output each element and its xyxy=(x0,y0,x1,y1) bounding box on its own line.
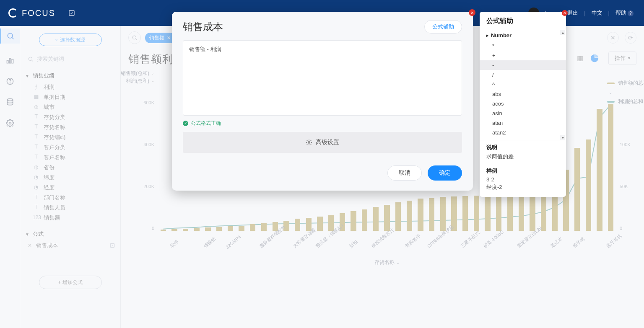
function-item[interactable]: / xyxy=(480,70,566,80)
function-item[interactable]: atan2 xyxy=(480,128,566,137)
function-item[interactable]: cbrt xyxy=(480,137,566,140)
description-text: 求两值的差 xyxy=(480,152,566,164)
language-link[interactable]: 中文 xyxy=(592,9,602,17)
separator: | xyxy=(608,10,610,16)
separator: | xyxy=(584,10,585,16)
scroll-down-icon[interactable]: ▾ xyxy=(560,135,565,140)
advanced-settings-button[interactable]: 高级设置 xyxy=(183,132,462,153)
formula-helper-panel: ✕ 公式辅助 ▴ ▸ Number *+-/^absacosasinatanat… xyxy=(480,12,566,197)
confirm-button[interactable]: 确定 xyxy=(428,165,462,181)
helper-title: 公式辅助 xyxy=(480,12,566,30)
example-header: 样例 xyxy=(480,164,566,176)
helper-close-button[interactable]: ✕ xyxy=(562,10,568,16)
function-item[interactable]: * xyxy=(480,41,566,51)
modal-title: 销售成本 xyxy=(183,20,223,34)
cancel-button[interactable]: 取消 xyxy=(387,165,422,181)
example-text-2: 经度-2 xyxy=(480,183,566,197)
logo-icon xyxy=(8,8,18,18)
function-item[interactable]: acos xyxy=(480,99,566,108)
app-name: FOCUS xyxy=(22,8,55,18)
gear-icon xyxy=(306,139,312,146)
formula-assist-button[interactable]: 公式辅助 xyxy=(424,20,462,34)
function-item[interactable]: abs xyxy=(480,89,566,99)
example-text-1: 3-2 xyxy=(480,176,566,183)
logout-link[interactable]: 退出 xyxy=(567,9,578,17)
function-item[interactable]: atan xyxy=(480,118,566,128)
check-icon: ✓ xyxy=(183,121,188,126)
scroll-up-icon[interactable]: ▴ xyxy=(560,30,565,35)
function-item[interactable]: + xyxy=(480,51,566,60)
description-header: 说明 xyxy=(480,140,566,152)
svg-point-12 xyxy=(308,142,310,143)
formula-validation: ✓ 公式格式正确 xyxy=(183,120,462,127)
caret-right-icon: ▸ xyxy=(486,33,488,38)
function-item[interactable]: ^ xyxy=(480,80,566,89)
help-link[interactable]: 帮助? xyxy=(615,9,634,17)
helper-group-header[interactable]: ▸ Number xyxy=(480,30,566,41)
svg-rect-0 xyxy=(69,10,74,15)
formula-modal: ✕ 销售成本 公式辅助 销售额 - 利润 ✓ 公式格式正确 高级设置 取消 确定 xyxy=(172,12,473,191)
formula-input[interactable]: 销售额 - 利润 xyxy=(183,40,462,116)
modal-close-button[interactable]: ✕ xyxy=(469,9,475,16)
help-badge-icon: ? xyxy=(628,10,634,16)
function-list: *+-/^absacosasinatanatan2cbrt xyxy=(480,41,566,140)
app-logo: FOCUS xyxy=(8,8,55,18)
edit-icon[interactable] xyxy=(68,9,75,17)
function-item[interactable]: asin xyxy=(480,108,566,118)
function-item[interactable]: - xyxy=(480,60,566,70)
